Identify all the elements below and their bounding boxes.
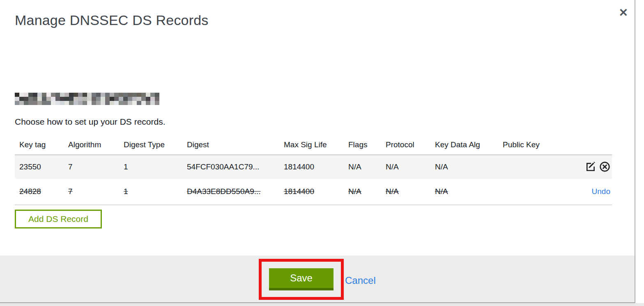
cell-key-tag: 24828 (15, 179, 68, 205)
column-header-protocol: Protocol (386, 135, 435, 155)
cell-max-sig-life: 1814400 (284, 179, 348, 205)
cell-algorithm: 7 (68, 179, 124, 205)
cell-public-key (503, 179, 575, 205)
table-row: 24828 7 1 D4A33E8DD550A9... 1814400 N/A … (15, 179, 612, 205)
redacted-domain (15, 93, 159, 105)
cell-public-key (503, 155, 575, 179)
table-row: 23550 7 1 54FCF030AA1C79... 1814400 N/A … (15, 155, 612, 179)
modal-footer: Save Cancel (0, 256, 635, 302)
cell-flags: N/A (348, 179, 386, 205)
cell-digest: D4A33E8DD550A9... (187, 179, 284, 205)
column-header-max-sig-life: Max Sig Life (284, 135, 348, 155)
cell-digest-type: 1 (124, 179, 187, 205)
column-header-key-data-alg: Key Data Alg (435, 135, 503, 155)
cell-protocol: N/A (386, 179, 435, 205)
table-header-row: Key tag Algorithm Digest Type Digest Max… (15, 135, 612, 155)
edit-record-icon[interactable] (585, 161, 596, 172)
column-header-algorithm: Algorithm (68, 135, 124, 155)
cell-key-data-alg: N/A (435, 179, 503, 205)
column-header-public-key: Public Key (503, 135, 575, 155)
column-header-actions (575, 135, 612, 155)
cell-key-tag: 23550 (15, 155, 68, 179)
cell-actions (575, 155, 612, 179)
column-header-digest-type: Digest Type (124, 135, 187, 155)
close-icon[interactable]: ✕ (619, 7, 628, 18)
save-button[interactable]: Save (269, 268, 334, 290)
remove-record-icon[interactable] (599, 161, 610, 172)
undo-link[interactable]: Undo (592, 187, 610, 196)
page-bottom-strip (0, 303, 644, 306)
page-background: Manage DNSSEC DS Records ✕ Choose how to… (0, 0, 644, 306)
instruction-text: Choose how to set up your DS records. (15, 117, 166, 127)
cell-key-data-alg: N/A (435, 155, 503, 179)
column-header-key-tag: Key tag (15, 135, 68, 155)
modal-title: Manage DNSSEC DS Records (15, 12, 209, 28)
dnssec-modal: Manage DNSSEC DS Records ✕ Choose how to… (0, 0, 635, 303)
cell-digest: 54FCF030AA1C79... (187, 155, 284, 179)
cell-digest-type: 1 (124, 155, 187, 179)
cell-protocol: N/A (386, 155, 435, 179)
cancel-link[interactable]: Cancel (345, 275, 376, 286)
cell-actions: Undo (575, 179, 612, 205)
column-header-digest: Digest (187, 135, 284, 155)
cell-algorithm: 7 (68, 155, 124, 179)
cell-max-sig-life: 1814400 (284, 155, 348, 179)
cell-flags: N/A (348, 155, 386, 179)
ds-records-table: Key tag Algorithm Digest Type Digest Max… (15, 135, 612, 205)
add-ds-record-button[interactable]: Add DS Record (15, 210, 102, 228)
annotation-highlight-box: Save (259, 259, 344, 300)
column-header-flags: Flags (348, 135, 386, 155)
